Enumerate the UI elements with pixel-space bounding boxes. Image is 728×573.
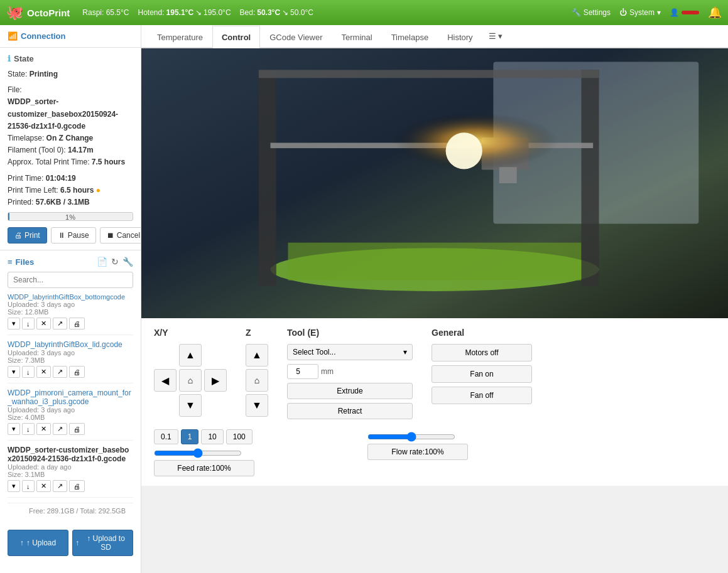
list-icon: ≡ (8, 257, 13, 267)
file-size: Size: 4.0MB (8, 414, 133, 421)
xy-right-button[interactable]: ▶ (204, 369, 227, 392)
raspi-temp: Raspi: 65.5°C (82, 8, 129, 17)
nav-actions: 🔧 Settings ⏻ System ▾ 👤 🔔 (572, 6, 722, 19)
step-10-button[interactable]: 10 (201, 429, 223, 444)
feed-rate-slider[interactable] (154, 448, 242, 458)
state-file-name: WDDP_sorter-customizer_basebox20150924-2… (8, 96, 133, 132)
bell-icon[interactable]: 🔔 (708, 6, 722, 19)
tab-bar: Temperature Control GCode Viewer Termina… (141, 25, 728, 48)
wrench-icon: 🔧 (572, 8, 581, 17)
file-action-move[interactable]: ↗ (53, 366, 67, 378)
xy-down-button[interactable]: ▼ (179, 394, 202, 417)
file-size: Size: 12.8MB (8, 308, 133, 316)
print-button[interactable]: 🖨 Print (8, 227, 47, 244)
file-name[interactable]: WDDP_pimoroni_camera_mount_for_wanhao_i3… (8, 388, 133, 406)
tab-control[interactable]: Control (212, 26, 260, 48)
step-0.1-button[interactable]: 0.1 (154, 429, 178, 444)
file-action-print[interactable]: 🖨 (69, 318, 85, 329)
step-100-button[interactable]: 100 (226, 429, 253, 444)
tool-select[interactable]: Select Tool... ▾ (287, 344, 413, 360)
z-home-button[interactable]: ⌂ (246, 369, 268, 392)
file-name[interactable]: WDDP_labyrinthGiftBox_bottomgcode (8, 293, 133, 301)
search-input[interactable] (8, 272, 133, 288)
file-name-active[interactable]: WDDP_sorter-customizer_basebox20150924-2… (8, 446, 133, 463)
print-icon: 🖨 (14, 231, 22, 240)
file-action-delete[interactable]: ✕ (36, 480, 51, 492)
upload-sd-icon: ↑ (75, 538, 79, 547)
file-action-delete[interactable]: ✕ (36, 366, 51, 378)
xy-up-button[interactable]: ▲ (179, 344, 202, 367)
fan-off-button[interactable]: Fan off (432, 387, 532, 404)
tab-temperature[interactable]: Temperature (148, 26, 212, 48)
flow-rate-button[interactable]: Flow rate:100% (367, 444, 468, 460)
brand: 🐙 OctoPrint (6, 4, 70, 21)
bars-icon: 📶 (8, 31, 18, 41)
hotend-arrow: ↘ (195, 8, 202, 17)
z-up-button[interactable]: ▲ (246, 344, 268, 367)
feed-rate-button[interactable]: Feed rate:100% (154, 460, 254, 476)
svg-rect-4 (259, 70, 276, 286)
raspi-temp-label: Raspi: 65.5°C (82, 8, 129, 17)
tab-more-button[interactable]: ☰ ▾ (482, 25, 509, 47)
file-action-print[interactable]: 🖨 (69, 423, 85, 435)
file-action-download[interactable]: ↓ (22, 318, 35, 329)
list-item: WDDP_labyrinthGiftBox_lid.gcode Uploaded… (8, 340, 133, 383)
upload-button[interactable]: ↑ ↑ Upload (8, 530, 68, 556)
pause-button[interactable]: ⏸ Pause (51, 227, 96, 244)
file-action-move[interactable]: ↗ (53, 423, 67, 435)
fan-on-button[interactable]: Fan on (432, 365, 532, 383)
system-button[interactable]: ⏻ System ▾ (619, 8, 661, 17)
file-action-delete[interactable]: ✕ (36, 318, 51, 329)
xy-label: X/Y (154, 328, 227, 338)
svg-rect-3 (288, 243, 582, 281)
controls-panel: X/Y ▲ ◀ ⌂ ▶ (141, 318, 728, 486)
state-actions: 🖨 Print ⏸ Pause ⏹ Cancel (8, 227, 133, 244)
state-printed: Printed: 57.6KB / 3.1MB (8, 196, 133, 208)
connection-header[interactable]: 📶 Connection (8, 31, 133, 41)
retract-button[interactable]: Retract (287, 403, 413, 419)
file-action-print[interactable]: 🖨 (69, 480, 85, 492)
tab-timelapse[interactable]: Timelapse (382, 26, 438, 48)
file-uploaded: Uploaded: 3 days ago (8, 301, 133, 308)
refresh-icon[interactable]: ↻ (111, 257, 119, 267)
svg-point-11 (446, 132, 482, 169)
brand-name: OctoPrint (27, 8, 70, 18)
file-action-folder[interactable]: ▾ (8, 480, 20, 492)
file-action-move[interactable]: ↗ (53, 480, 67, 492)
file-action-delete[interactable]: ✕ (36, 423, 51, 435)
motors-off-button[interactable]: Motors off (432, 344, 532, 361)
cancel-button[interactable]: ⏹ Cancel (100, 227, 141, 244)
file-action-folder[interactable]: ▾ (8, 318, 20, 329)
xy-left-button[interactable]: ◀ (154, 369, 177, 392)
files-title[interactable]: ≡ Files (8, 257, 34, 267)
file-uploaded: Uploaded: 3 days ago (8, 406, 133, 414)
settings-button[interactable]: 🔧 Settings (572, 8, 611, 17)
file-uploaded: Uploaded: 3 days ago (8, 349, 133, 356)
file-action-download[interactable]: ↓ (22, 423, 35, 435)
hotend-label: Hotend: (138, 8, 165, 17)
file-action-print[interactable]: 🖨 (69, 366, 85, 378)
tab-history[interactable]: History (438, 26, 482, 48)
tab-gcode-viewer[interactable]: GCode Viewer (260, 26, 332, 48)
file-action-move[interactable]: ↗ (53, 318, 67, 329)
files-section: ≡ Files 📄 ↻ 🔧 WDDP_labyrinthGiftBox_bott… (0, 250, 141, 525)
flow-rate-slider[interactable] (367, 432, 455, 442)
file-action-download[interactable]: ↓ (22, 480, 35, 492)
file-new-icon[interactable]: 📄 (97, 257, 107, 267)
tab-terminal[interactable]: Terminal (332, 26, 382, 48)
tool-bottom-controls: Flow rate:100% (367, 428, 468, 460)
power-icon: ⏻ (619, 8, 627, 17)
user-button[interactable]: 👤 (670, 8, 699, 17)
file-action-download[interactable]: ↓ (22, 366, 35, 378)
extrude-button[interactable]: Extrude (287, 383, 413, 399)
xy-home-button[interactable]: ⌂ (179, 369, 202, 392)
storage-info: Free: 289.1GB / Total: 292.5GB (8, 503, 133, 518)
file-action-folder[interactable]: ▾ (8, 366, 20, 378)
upload-sd-button[interactable]: ↑ ↑ Upload to SD (72, 530, 133, 556)
step-1-button[interactable]: 1 (181, 429, 199, 444)
tool-mm-input[interactable] (287, 364, 318, 379)
wrench-icon[interactable]: 🔧 (122, 257, 133, 267)
z-down-button[interactable]: ▼ (246, 394, 268, 417)
file-action-folder[interactable]: ▾ (8, 423, 20, 435)
file-name[interactable]: WDDP_labyrinthGiftBox_lid.gcode (8, 340, 133, 349)
